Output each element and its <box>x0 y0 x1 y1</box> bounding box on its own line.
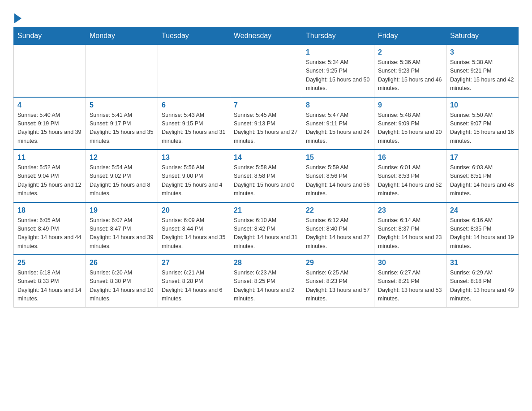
calendar-cell: 16Sunrise: 6:01 AM Sunset: 8:53 PM Dayli… <box>374 150 446 202</box>
calendar-cell: 13Sunrise: 5:56 AM Sunset: 9:00 PM Dayli… <box>158 150 230 202</box>
calendar-header-friday: Friday <box>374 27 446 45</box>
logo <box>13 13 21 22</box>
day-number: 9 <box>378 101 442 109</box>
calendar-cell: 28Sunrise: 6:23 AM Sunset: 8:25 PM Dayli… <box>230 255 302 307</box>
calendar-header-saturday: Saturday <box>446 27 519 45</box>
day-number: 24 <box>450 206 515 214</box>
calendar-week-row: 1Sunrise: 5:34 AM Sunset: 9:25 PM Daylig… <box>14 45 519 97</box>
calendar-week-row: 11Sunrise: 5:52 AM Sunset: 9:04 PM Dayli… <box>14 150 519 202</box>
calendar-cell: 30Sunrise: 6:27 AM Sunset: 8:21 PM Dayli… <box>374 255 446 307</box>
day-number: 31 <box>450 259 515 267</box>
day-number: 11 <box>17 154 82 162</box>
calendar-header-row: SundayMondayTuesdayWednesdayThursdayFrid… <box>14 27 519 45</box>
day-number: 27 <box>162 259 226 267</box>
day-info: Sunrise: 5:41 AM Sunset: 9:17 PM Dayligh… <box>90 111 154 146</box>
day-number: 14 <box>234 154 298 162</box>
calendar-cell: 21Sunrise: 6:10 AM Sunset: 8:42 PM Dayli… <box>230 202 302 255</box>
day-number: 13 <box>162 154 226 162</box>
day-number: 17 <box>450 154 515 162</box>
calendar-cell: 25Sunrise: 6:18 AM Sunset: 8:33 PM Dayli… <box>14 255 86 307</box>
day-info: Sunrise: 5:45 AM Sunset: 9:13 PM Dayligh… <box>234 111 298 146</box>
day-number: 1 <box>306 48 370 56</box>
day-number: 4 <box>17 101 82 109</box>
calendar-header-thursday: Thursday <box>302 27 374 45</box>
day-info: Sunrise: 5:54 AM Sunset: 9:02 PM Dayligh… <box>90 163 154 198</box>
calendar-cell: 19Sunrise: 6:07 AM Sunset: 8:47 PM Dayli… <box>86 202 158 255</box>
day-number: 5 <box>90 101 154 109</box>
day-number: 6 <box>162 101 226 109</box>
day-number: 16 <box>378 154 442 162</box>
day-info: Sunrise: 5:36 AM Sunset: 9:23 PM Dayligh… <box>378 58 442 93</box>
calendar-week-row: 25Sunrise: 6:18 AM Sunset: 8:33 PM Dayli… <box>14 255 519 307</box>
calendar-cell: 31Sunrise: 6:29 AM Sunset: 8:18 PM Dayli… <box>446 255 519 307</box>
day-number: 12 <box>90 154 154 162</box>
day-number: 22 <box>306 206 370 214</box>
day-number: 15 <box>306 154 370 162</box>
day-number: 26 <box>90 259 154 267</box>
calendar-cell: 17Sunrise: 6:03 AM Sunset: 8:51 PM Dayli… <box>446 150 519 202</box>
day-number: 20 <box>162 206 226 214</box>
calendar-header-tuesday: Tuesday <box>158 27 230 45</box>
day-number: 30 <box>378 259 442 267</box>
calendar-cell: 18Sunrise: 6:05 AM Sunset: 8:49 PM Dayli… <box>14 202 86 255</box>
day-info: Sunrise: 6:27 AM Sunset: 8:21 PM Dayligh… <box>378 269 442 304</box>
day-number: 19 <box>90 206 154 214</box>
day-info: Sunrise: 6:01 AM Sunset: 8:53 PM Dayligh… <box>378 163 442 198</box>
calendar-cell: 12Sunrise: 5:54 AM Sunset: 9:02 PM Dayli… <box>86 150 158 202</box>
day-info: Sunrise: 6:12 AM Sunset: 8:40 PM Dayligh… <box>306 216 370 251</box>
day-number: 8 <box>306 101 370 109</box>
calendar-header-monday: Monday <box>86 27 158 45</box>
day-number: 18 <box>17 206 82 214</box>
day-info: Sunrise: 5:58 AM Sunset: 8:58 PM Dayligh… <box>234 163 298 198</box>
calendar-cell: 5Sunrise: 5:41 AM Sunset: 9:17 PM Daylig… <box>86 97 158 150</box>
page-header <box>13 9 519 22</box>
day-info: Sunrise: 6:05 AM Sunset: 8:49 PM Dayligh… <box>17 216 82 251</box>
calendar-cell: 20Sunrise: 6:09 AM Sunset: 8:44 PM Dayli… <box>158 202 230 255</box>
day-info: Sunrise: 6:25 AM Sunset: 8:23 PM Dayligh… <box>306 269 370 304</box>
calendar-cell: 22Sunrise: 6:12 AM Sunset: 8:40 PM Dayli… <box>302 202 374 255</box>
day-info: Sunrise: 6:16 AM Sunset: 8:35 PM Dayligh… <box>450 216 515 251</box>
day-number: 25 <box>17 259 82 267</box>
day-number: 10 <box>450 101 515 109</box>
calendar-cell: 2Sunrise: 5:36 AM Sunset: 9:23 PM Daylig… <box>374 45 446 97</box>
calendar-cell: 9Sunrise: 5:48 AM Sunset: 9:09 PM Daylig… <box>374 97 446 150</box>
day-info: Sunrise: 6:23 AM Sunset: 8:25 PM Dayligh… <box>234 269 298 304</box>
logo-arrow-icon <box>14 13 21 23</box>
calendar-cell: 26Sunrise: 6:20 AM Sunset: 8:30 PM Dayli… <box>86 255 158 307</box>
day-info: Sunrise: 5:38 AM Sunset: 9:21 PM Dayligh… <box>450 58 515 93</box>
calendar-cell: 15Sunrise: 5:59 AM Sunset: 8:56 PM Dayli… <box>302 150 374 202</box>
day-number: 7 <box>234 101 298 109</box>
day-info: Sunrise: 5:48 AM Sunset: 9:09 PM Dayligh… <box>378 111 442 146</box>
day-number: 3 <box>450 48 515 56</box>
calendar-cell <box>14 45 86 97</box>
calendar-cell: 14Sunrise: 5:58 AM Sunset: 8:58 PM Dayli… <box>230 150 302 202</box>
day-info: Sunrise: 6:10 AM Sunset: 8:42 PM Dayligh… <box>234 216 298 251</box>
calendar-cell: 23Sunrise: 6:14 AM Sunset: 8:37 PM Dayli… <box>374 202 446 255</box>
calendar-cell: 3Sunrise: 5:38 AM Sunset: 9:21 PM Daylig… <box>446 45 519 97</box>
calendar-cell: 27Sunrise: 6:21 AM Sunset: 8:28 PM Dayli… <box>158 255 230 307</box>
calendar-cell: 6Sunrise: 5:43 AM Sunset: 9:15 PM Daylig… <box>158 97 230 150</box>
calendar-cell: 29Sunrise: 6:25 AM Sunset: 8:23 PM Dayli… <box>302 255 374 307</box>
day-info: Sunrise: 6:20 AM Sunset: 8:30 PM Dayligh… <box>90 269 154 304</box>
calendar-cell <box>86 45 158 97</box>
day-info: Sunrise: 6:29 AM Sunset: 8:18 PM Dayligh… <box>450 269 515 304</box>
calendar-cell: 24Sunrise: 6:16 AM Sunset: 8:35 PM Dayli… <box>446 202 519 255</box>
day-info: Sunrise: 6:09 AM Sunset: 8:44 PM Dayligh… <box>162 216 226 251</box>
calendar-cell: 4Sunrise: 5:40 AM Sunset: 9:19 PM Daylig… <box>14 97 86 150</box>
calendar-cell: 1Sunrise: 5:34 AM Sunset: 9:25 PM Daylig… <box>302 45 374 97</box>
calendar-week-row: 4Sunrise: 5:40 AM Sunset: 9:19 PM Daylig… <box>14 97 519 150</box>
day-info: Sunrise: 5:34 AM Sunset: 9:25 PM Dayligh… <box>306 58 370 93</box>
calendar-cell: 10Sunrise: 5:50 AM Sunset: 9:07 PM Dayli… <box>446 97 519 150</box>
calendar-table: SundayMondayTuesdayWednesdayThursdayFrid… <box>13 27 519 308</box>
day-info: Sunrise: 5:56 AM Sunset: 9:00 PM Dayligh… <box>162 163 226 198</box>
calendar-header-wednesday: Wednesday <box>230 27 302 45</box>
day-info: Sunrise: 6:03 AM Sunset: 8:51 PM Dayligh… <box>450 163 515 198</box>
calendar-week-row: 18Sunrise: 6:05 AM Sunset: 8:49 PM Dayli… <box>14 202 519 255</box>
day-info: Sunrise: 6:14 AM Sunset: 8:37 PM Dayligh… <box>378 216 442 251</box>
day-info: Sunrise: 5:47 AM Sunset: 9:11 PM Dayligh… <box>306 111 370 146</box>
day-info: Sunrise: 5:59 AM Sunset: 8:56 PM Dayligh… <box>306 163 370 198</box>
calendar-cell: 8Sunrise: 5:47 AM Sunset: 9:11 PM Daylig… <box>302 97 374 150</box>
calendar-cell: 11Sunrise: 5:52 AM Sunset: 9:04 PM Dayli… <box>14 150 86 202</box>
day-number: 28 <box>234 259 298 267</box>
day-info: Sunrise: 6:07 AM Sunset: 8:47 PM Dayligh… <box>90 216 154 251</box>
